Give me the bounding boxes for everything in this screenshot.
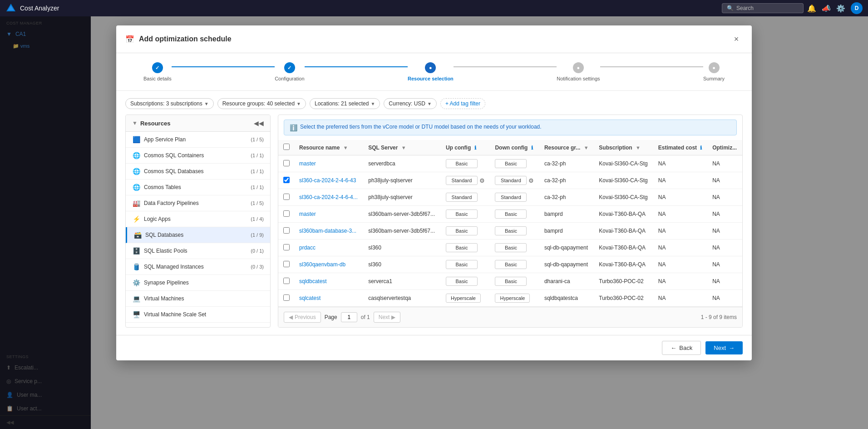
alerts-icon[interactable]: 📣: [822, 4, 831, 13]
search-bar[interactable]: 🔍 Search: [722, 3, 804, 13]
settings-icon[interactable]: ⚙️: [836, 4, 845, 13]
search-icon: 🔍: [727, 5, 734, 11]
app-title: Cost Analyzer: [20, 5, 718, 12]
notifications-icon[interactable]: 🔔: [807, 4, 816, 13]
topbar: Cost Analyzer 🔍 Search 🔔 📣 ⚙️ D: [0, 0, 868, 16]
app-logo: [5, 3, 16, 14]
user-avatar[interactable]: D: [851, 2, 863, 14]
search-placeholder: Search: [736, 5, 754, 11]
topbar-icons: 🔔 📣 ⚙️ D: [807, 2, 863, 14]
